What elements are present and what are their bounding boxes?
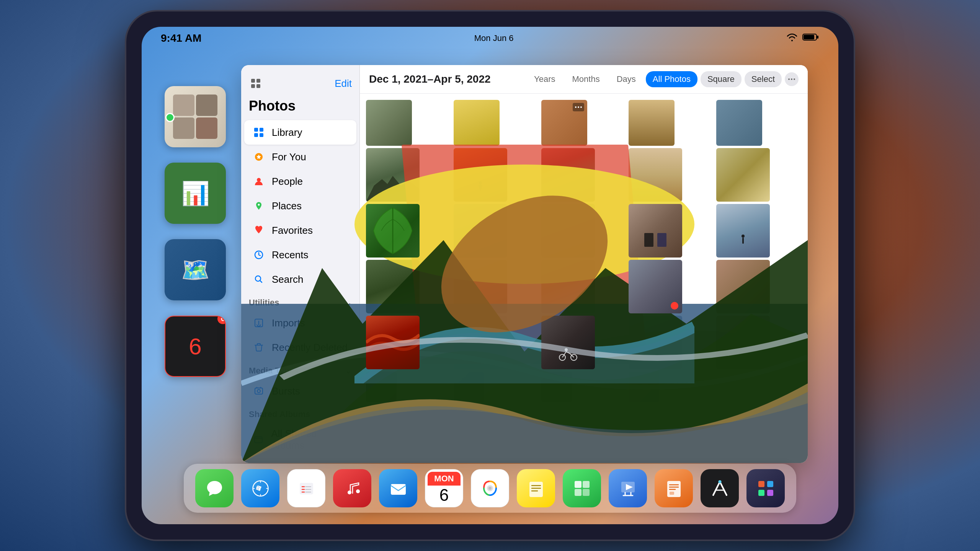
view-controls: Years Months Days All Photos Square Sele…	[527, 71, 799, 87]
svg-rect-45	[529, 482, 543, 497]
dock-mail[interactable]	[379, 469, 417, 507]
svg-rect-56	[767, 481, 773, 487]
dock-music[interactable]	[333, 469, 371, 507]
ipad-frame: 9:41 AM Mon Jun 6	[126, 11, 854, 540]
main-content: Dec 1, 2021–Apr 5, 2022 Years Months Day…	[360, 65, 808, 463]
sidebar-title: Photos	[241, 98, 359, 120]
svg-rect-49	[583, 489, 590, 496]
svg-point-11	[257, 178, 261, 182]
svg-point-40	[348, 491, 351, 494]
wifi-icon	[786, 33, 798, 44]
svg-rect-5	[251, 84, 255, 88]
dock-calendar[interactable]: MON 6	[425, 469, 463, 507]
photo-thumb-top2[interactable]	[454, 100, 500, 146]
svg-rect-10	[260, 133, 263, 137]
foryou-icon	[252, 150, 266, 164]
svg-point-41	[356, 489, 360, 493]
svg-rect-42	[391, 484, 406, 495]
sidebar-item-library[interactable]: Library	[244, 120, 356, 145]
bg-app-2[interactable]: 📊	[165, 163, 226, 224]
dock-notes[interactable]	[517, 469, 555, 507]
svg-point-22	[788, 78, 790, 80]
svg-point-23	[791, 78, 792, 80]
svg-rect-47	[583, 481, 590, 488]
svg-rect-46	[575, 481, 581, 488]
date-range: Dec 1, 2021–Apr 5, 2022	[369, 73, 491, 85]
library-icon	[252, 126, 266, 139]
more-button[interactable]	[785, 72, 799, 86]
all-photos-button[interactable]: All Photos	[646, 71, 697, 87]
dock-vectornator[interactable]	[701, 469, 739, 507]
dock-photos[interactable]	[471, 469, 509, 507]
photo-grid	[360, 94, 808, 463]
svg-point-54	[718, 480, 721, 483]
battery-icon	[802, 33, 819, 44]
svg-rect-53	[670, 492, 674, 495]
sidebar-grid-icon[interactable]	[249, 77, 263, 90]
notification-dot	[165, 113, 175, 122]
dock-overflow[interactable]	[746, 469, 785, 507]
dock-safari[interactable]	[241, 469, 279, 507]
svg-rect-57	[758, 490, 764, 496]
library-label: Library	[272, 127, 302, 139]
calendar-mon: MON	[434, 474, 454, 484]
dock-keynote[interactable]	[609, 469, 647, 507]
square-button[interactable]: Square	[701, 71, 742, 87]
dock-pages[interactable]	[655, 469, 693, 507]
svg-rect-1	[804, 35, 814, 39]
photo-thumb-top5[interactable]	[716, 100, 762, 146]
svg-rect-2	[817, 36, 818, 39]
status-time: 9:41 AM	[161, 32, 201, 44]
svg-rect-9	[254, 133, 258, 137]
photos-app: Edit Photos Library	[241, 65, 808, 463]
sidebar-edit-button[interactable]: Edit	[335, 78, 352, 90]
svg-rect-39	[300, 483, 313, 494]
ipad-screen: 9:41 AM Mon Jun 6	[142, 27, 838, 524]
svg-rect-55	[758, 481, 764, 487]
svg-rect-3	[251, 79, 255, 83]
dock-messages[interactable]	[195, 469, 234, 507]
sidebar-item-foryou[interactable]: For You	[244, 145, 356, 169]
years-button[interactable]: Years	[527, 71, 562, 87]
dock: MON 6	[184, 464, 796, 513]
svg-point-24	[794, 78, 795, 80]
photo-thumb-top1[interactable]	[366, 100, 412, 146]
status-bar: 9:41 AM Mon Jun 6	[142, 27, 838, 50]
select-button[interactable]: Select	[745, 71, 782, 87]
months-button[interactable]: Months	[565, 71, 607, 87]
svg-rect-4	[256, 79, 260, 83]
bg-app-4[interactable]: 6 6	[165, 316, 226, 377]
svg-rect-48	[575, 489, 581, 496]
svg-rect-7	[254, 128, 258, 132]
status-date: Mon Jun 6	[474, 33, 514, 43]
svg-rect-8	[260, 128, 263, 132]
content-header: Dec 1, 2021–Apr 5, 2022 Years Months Day…	[360, 65, 808, 94]
sidebar-header: Edit	[241, 73, 359, 98]
svg-rect-6	[256, 84, 260, 88]
dock-reminders[interactable]	[287, 469, 325, 507]
status-icons	[786, 33, 819, 44]
photo-thumb-top4[interactable]	[629, 100, 675, 146]
photo-thumb-top3[interactable]	[541, 100, 587, 146]
calendar-day: 6	[439, 486, 449, 505]
svg-point-44	[488, 487, 492, 490]
svg-rect-58	[767, 490, 773, 496]
foryou-label: For You	[272, 151, 306, 163]
bg-app-3[interactable]: 🗺️	[165, 239, 226, 300]
dock-numbers[interactable]	[563, 469, 601, 507]
days-button[interactable]: Days	[610, 71, 643, 87]
